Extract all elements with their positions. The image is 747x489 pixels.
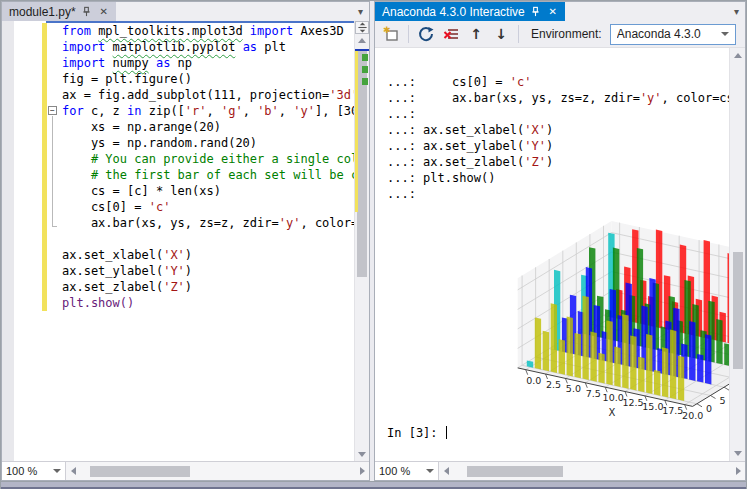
splitter-handle-icon[interactable] [355,21,369,34]
fold-guide-foot [52,226,57,227]
interactive-toolbar: ✱ [375,21,745,48]
left-tabstrip: module1.py* ✕ ▾ [2,2,369,21]
h-scrollbar-track[interactable] [453,462,731,480]
editor-vertical-scrollbar[interactable] [354,21,369,461]
tab-module1-py[interactable]: module1.py* ✕ [2,2,116,21]
history-previous-icon[interactable]: ↑ [465,23,487,45]
zoom-select[interactable]: 100 % [375,462,439,480]
scroll-annotation-saved [362,54,368,61]
scroll-annotation-saved [362,78,368,85]
window-bottom-border [1,481,746,489]
zoom-value: 100 % [379,465,422,477]
history-next-icon[interactable]: ↓ [490,23,512,45]
editor-horizontal-scrollbar[interactable] [66,462,369,480]
editor-row: from mpl_toolkits.mplot3d import Axes3Di… [2,21,369,461]
toolbar-separator [518,25,519,43]
repl-prompt[interactable]: In [3]: [387,425,447,441]
scroll-up-icon[interactable] [730,49,745,62]
tab-overflow-icon[interactable]: ▾ [728,6,745,17]
svg-text:2.5: 2.5 [546,379,561,390]
h-scrollbar-track[interactable] [80,462,355,480]
new-interactive-window-icon[interactable]: ✱ [380,23,402,45]
scroll-up-icon[interactable] [355,34,369,47]
scrollbar-thumb[interactable] [733,252,743,369]
tab-title: module1.py* [9,5,76,19]
svg-text:7.5: 7.5 [585,388,600,399]
scroll-annotation-saved [362,66,368,73]
code-editor[interactable]: from mpl_toolkits.mplot3d import Axes3Di… [2,21,354,461]
vs-window: module1.py* ✕ ▾ from mpl_t [0,0,747,489]
right-bottom-bar: 100 % [375,461,745,480]
scrollbar-track[interactable] [355,48,369,447]
chevron-down-icon [53,469,61,473]
scroll-left-icon[interactable] [439,462,453,480]
interactive-pane: Anaconda 4.3.0 Interactive ✕ ▾ ✱ [374,1,746,481]
chevron-down-icon [426,469,434,473]
fold-guide-line [52,116,53,226]
editor-groups: module1.py* ✕ ▾ from mpl_t [1,1,746,481]
fold-collapse-icon[interactable]: − [48,106,57,115]
scroll-annotation-caret [355,49,369,51]
scroll-down-icon[interactable] [355,448,369,461]
scroll-right-icon[interactable] [355,462,369,480]
pin-icon[interactable] [81,6,93,18]
svg-text:12.5: 12.5 [622,397,643,408]
svg-text:0: 0 [706,403,712,414]
chevron-down-icon [721,32,729,36]
tab-overflow-icon[interactable]: ▾ [352,6,369,17]
code-text[interactable]: from mpl_toolkits.mplot3d import Axes3Di… [62,23,354,461]
environment-select[interactable]: Anaconda 4.3.0 [610,24,736,45]
repl-row: ...: cs[0] = 'c'...: ax.bar(xs, ys, zs=z… [375,48,745,461]
reset-icon[interactable] [415,23,437,45]
close-icon[interactable]: ✕ [98,6,110,18]
matplotlib-3d-plot: 0.02.55.07.510.012.515.017.520.005101520… [425,194,727,410]
environment-value: Anaconda 4.3.0 [617,27,717,41]
scroll-annotation-unsaved [355,50,358,212]
left-bottom-bar: 100 % [2,461,369,480]
svg-text:5.0: 5.0 [566,383,581,394]
h-scrollbar-thumb[interactable] [90,466,190,477]
breakpoint-margin[interactable] [2,21,14,461]
scroll-right-icon[interactable] [731,462,745,480]
svg-text:10.0: 10.0 [602,392,623,403]
interactive-repl[interactable]: ...: cs[0] = 'c'...: ax.bar(xs, ys, zs=z… [375,48,729,461]
svg-text:5: 5 [719,395,725,406]
svg-text:17.5: 17.5 [662,405,683,416]
zoom-value: 100 % [6,465,49,477]
svg-text:✱: ✱ [383,26,391,35]
repl-history: ...: cs[0] = 'c'...: ax.bar(xs, ys, zs=z… [375,74,729,202]
zoom-select[interactable]: 100 % [2,462,66,480]
toolbar-separator [408,25,409,43]
repl-vertical-scrollbar[interactable] [729,48,745,461]
svg-text:0.0: 0.0 [526,375,541,386]
text-caret [446,426,447,439]
clear-screen-icon[interactable] [440,23,462,45]
svg-text:X: X [608,407,615,418]
tab-title: Anaconda 4.3.0 Interactive [382,5,525,19]
scroll-down-icon[interactable] [730,447,745,460]
code-editor-pane: module1.py* ✕ ▾ from mpl_t [1,1,370,481]
pin-icon[interactable] [530,6,542,18]
environment-label: Environment: [531,27,602,41]
h-scrollbar-thumb[interactable] [467,466,563,477]
change-tracking-bar [42,23,47,311]
close-icon[interactable]: ✕ [547,6,559,18]
svg-text:20.0: 20.0 [682,410,703,421]
repl-horizontal-scrollbar[interactable] [439,462,745,480]
right-tabstrip: Anaconda 4.3.0 Interactive ✕ ▾ [375,2,745,21]
scroll-left-icon[interactable] [66,462,80,480]
tab-anaconda-interactive[interactable]: Anaconda 4.3.0 Interactive ✕ [375,2,565,21]
svg-text:15.0: 15.0 [642,401,663,412]
